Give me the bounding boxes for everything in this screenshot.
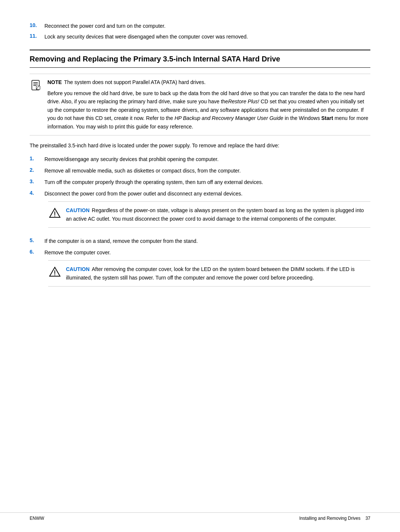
caution-icon-1 bbox=[48, 206, 61, 220]
note-body: Before you remove the old hard drive, be… bbox=[47, 89, 370, 131]
footer-left: ENWW bbox=[30, 516, 44, 521]
step-text-6: Remove the computer cover. bbox=[44, 249, 111, 257]
note-bold: Start bbox=[321, 115, 333, 121]
note-first-line: The system does not support Parallel ATA… bbox=[64, 79, 206, 85]
steps-list: 1. Remove/disengage any security devices… bbox=[30, 155, 370, 292]
caution-box-2: CAUTIONAfter removing the computer cover… bbox=[48, 260, 370, 287]
step-4-container: 4. Disconnect the power cord from the po… bbox=[30, 190, 370, 234]
step-num-5: 5. bbox=[30, 237, 44, 243]
step-num-3: 3. bbox=[30, 178, 44, 184]
step-num-4: 4. bbox=[30, 190, 44, 196]
caution-text-1: Regardless of the power-on state, voltag… bbox=[66, 207, 364, 221]
step-3: 3. Turn off the computer properly throug… bbox=[30, 178, 370, 186]
step-text-11: Lock any security devices that were dise… bbox=[44, 33, 248, 41]
note-content: NOTEThe system does not support Parallel… bbox=[47, 78, 370, 131]
caution-text-2: After removing the computer cover, look … bbox=[66, 266, 354, 280]
step-num-2: 2. bbox=[30, 167, 44, 173]
caution-content-2: CAUTIONAfter removing the computer cover… bbox=[66, 265, 370, 282]
caution-icon-2 bbox=[48, 265, 61, 278]
step-6-row: 6. Remove the computer cover. bbox=[30, 249, 111, 257]
step-1: 1. Remove/disengage any security devices… bbox=[30, 155, 370, 163]
page-footer: ENWW Installing and Removing Drives 37 bbox=[0, 512, 400, 521]
note-italic2: HP Backup and Recovery Manager User Guid… bbox=[174, 115, 283, 121]
note-icon bbox=[30, 78, 43, 92]
top-steps-list: 10. Reconnect the power cord and turn on… bbox=[30, 22, 370, 41]
footer-section-name: Installing and Removing Drives bbox=[299, 516, 360, 521]
step-num-6: 6. bbox=[30, 249, 44, 255]
note-label: NOTE bbox=[47, 79, 62, 85]
footer-page-num: 37 bbox=[366, 516, 370, 521]
step-text-5: If the computer is on a stand, remove th… bbox=[44, 237, 198, 245]
note-box: NOTEThe system does not support Parallel… bbox=[30, 74, 370, 135]
caution-label-2: CAUTION bbox=[66, 266, 90, 272]
svg-point-9 bbox=[54, 216, 55, 217]
step-text-2: Remove all removable media, such as disk… bbox=[44, 167, 241, 175]
top-step-11: 11. Lock any security devices that were … bbox=[30, 33, 370, 41]
section-title: Removing and Replacing the Primary 3.5-i… bbox=[30, 54, 370, 64]
step-2: 2. Remove all removable media, such as d… bbox=[30, 167, 370, 175]
caution-content-1: CAUTIONRegardless of the power-on state,… bbox=[66, 206, 370, 223]
intro-text: The preinstalled 3.5-inch hard drive is … bbox=[30, 141, 370, 150]
footer-right: Installing and Removing Drives 37 bbox=[299, 516, 370, 521]
step-text-10: Reconnect the power cord and turn on the… bbox=[44, 22, 166, 30]
step-text-1: Remove/disengage any security devices th… bbox=[44, 155, 219, 163]
step-num-11: 11. bbox=[30, 33, 44, 39]
step-text-4: Disconnect the power cord from the power… bbox=[44, 190, 243, 198]
note-italic1: Restore Plus! bbox=[228, 98, 259, 104]
svg-point-12 bbox=[54, 274, 55, 275]
caution-label-1: CAUTION bbox=[66, 207, 90, 213]
step-4-row: 4. Disconnect the power cord from the po… bbox=[30, 190, 243, 198]
section-header: Removing and Replacing the Primary 3.5-i… bbox=[30, 50, 370, 68]
top-step-10: 10. Reconnect the power cord and turn on… bbox=[30, 22, 370, 30]
step-num-10: 10. bbox=[30, 22, 44, 28]
step-6-container: 6. Remove the computer cover. CAUTIONAft… bbox=[30, 249, 370, 292]
step-text-3: Turn off the computer properly through t… bbox=[44, 178, 263, 186]
caution-box-1: CAUTIONRegardless of the power-on state,… bbox=[48, 201, 370, 228]
step-5: 5. If the computer is on a stand, remove… bbox=[30, 237, 370, 245]
step-num-1: 1. bbox=[30, 155, 44, 161]
note-body-text3: in the Windows bbox=[283, 115, 321, 121]
